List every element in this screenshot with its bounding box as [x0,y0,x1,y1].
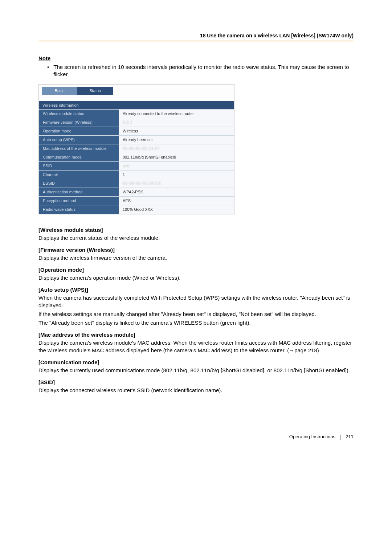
section-title: Wireless information [39,101,234,109]
row-value: 00-3A-9D-91-28-CE [119,179,234,188]
status-panel: BasicStatus Wireless information Wireles… [38,84,234,214]
field-body: The "Already been set" display is linked… [38,319,354,327]
table-row: Mac address of the wireless module00-80-… [39,144,234,153]
row-label: Firmware version (Wireless) [39,118,119,127]
table-row: Operation modeWireless [39,127,234,135]
row-label: Communication mode [39,153,119,161]
bullet-dot: • [47,63,49,78]
footer-label: Operating Instructions [289,434,335,439]
field-title: [Communication mode] [38,359,354,365]
row-label: BSSID [39,179,119,188]
status-table: Wireless module statusAlready connected … [39,109,234,214]
row-label: Radio wave status [39,205,119,214]
table-row: Radio wave status100% Good XXX [39,205,234,214]
field-title: [Auto setup (WPS)] [38,287,354,293]
table-row: Auto setup (WPS)Already been set [39,135,234,144]
row-value: 0.0.2 [119,118,234,127]
row-label: Operation mode [39,127,119,135]
row-value: 1 [119,170,234,179]
field-title: [Mac address of the wireless module] [38,332,354,338]
note-text: The screen is refreshed in 10 seconds in… [53,63,354,78]
table-row: BSSID00-3A-9D-91-28-CE [39,179,234,188]
row-label: Encryption method [39,196,119,205]
page-header: 18 Use the camera on a wireless LAN [Wir… [38,33,354,41]
field-title: [Firmware version (Wireless)] [38,247,354,253]
field-body: Displays the wireless firmware version o… [38,254,354,262]
header-divider [38,41,354,41]
row-value: wifi [119,161,234,170]
table-row: Authentication methodWPA2-PSK [39,188,234,196]
row-value: Wireless [119,127,234,135]
field-body: When the camera has successfully complet… [38,294,354,309]
field-body: Displays the connected wireless router's… [38,387,354,394]
table-row: Wireless module statusAlready connected … [39,109,234,118]
field-title: [SSID] [38,379,354,385]
note-block: Note • The screen is refreshed in 10 sec… [38,55,354,78]
field-body: Displays the currently used communicatio… [38,367,354,374]
row-label: Channel [39,170,119,179]
row-label: Authentication method [39,188,119,196]
row-value: 802.11n/b/g [ShortGI enabled] [119,153,234,161]
row-value: Already been set [119,135,234,144]
table-row: Encryption methodAES [39,196,234,205]
row-label: Wireless module status [39,109,119,118]
field-descriptions: [Wireless module status]Displays the cur… [38,227,354,394]
field-title: [Operation mode] [38,267,354,273]
note-heading: Note [38,55,354,61]
footer-page: 211 [346,434,354,439]
field-body: Displays the camera's wireless module's … [38,339,354,354]
table-row: Channel1 [39,170,234,179]
row-value: 100% Good XXX [119,205,234,214]
row-label: SSID [39,161,119,170]
table-row: Communication mode802.11n/b/g [ShortGI e… [39,153,234,161]
field-body: If the wireless settings are manually ch… [38,311,354,318]
row-value: AES [119,196,234,205]
tab-basic[interactable]: Basic [42,87,77,95]
row-value: 00-80-45-0D-13-67 [119,144,234,153]
row-label: Mac address of the wireless module [39,144,119,153]
row-value: Already connected to the wireless router [119,109,234,118]
row-label: Auto setup (WPS) [39,135,119,144]
field-body: Displays the camera's operation mode (Wi… [38,274,354,282]
field-body: Displays the current status of the wirel… [38,234,354,242]
row-value: WPA2-PSK [119,188,234,196]
table-row: Firmware version (Wireless)0.0.2 [39,118,234,127]
tab-bar: BasicStatus [39,85,234,95]
tab-status[interactable]: Status [77,87,113,95]
table-row: SSIDwifi [39,161,234,170]
footer: Operating Instructions 211 [38,434,354,440]
field-title: [Wireless module status] [38,227,354,233]
